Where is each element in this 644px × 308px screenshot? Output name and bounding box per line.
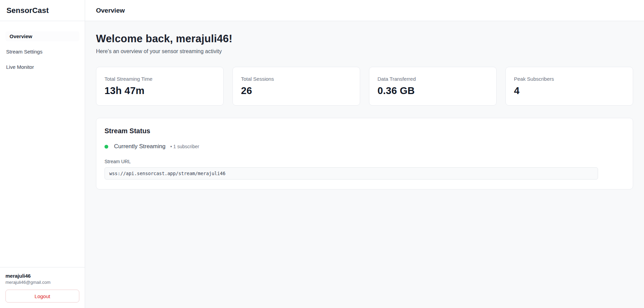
logout-button[interactable]: Logout [5, 290, 79, 303]
sidebar-nav: Overview Stream Settings Live Monitor [0, 21, 85, 77]
stat-card-total-streaming-time: Total Streaming Time 13h 47m [96, 67, 224, 106]
main-column: Overview Welcome back, merajuli46! Here'… [85, 0, 644, 308]
stream-status-card: Stream Status Currently Streaming • 1 su… [96, 118, 633, 189]
stat-label: Peak Subscribers [514, 76, 625, 82]
main-content: Welcome back, merajuli46! Here's an over… [85, 21, 644, 308]
stat-value: 0.36 GB [377, 85, 488, 96]
top-header: Overview [85, 0, 644, 21]
stat-label: Total Streaming Time [104, 76, 215, 82]
sidebar-item-live-monitor[interactable]: Live Monitor [5, 62, 79, 72]
stat-card-peak-subscribers: Peak Subscribers 4 [505, 67, 633, 106]
stat-card-total-sessions: Total Sessions 26 [232, 67, 360, 106]
stat-card-data-transferred: Data Transferred 0.36 GB [369, 67, 497, 106]
stream-status-title: Stream Status [104, 127, 625, 135]
stream-url-input[interactable] [104, 167, 598, 180]
status-dot-icon [104, 145, 108, 149]
subscriber-count-label: • 1 subscriber [170, 144, 199, 149]
sidebar-item-stream-settings[interactable]: Stream Settings [5, 47, 79, 57]
stat-value: 13h 47m [104, 85, 215, 96]
user-name: merajuli46 [5, 273, 79, 279]
stats-grid: Total Streaming Time 13h 47m Total Sessi… [96, 67, 633, 106]
app-logo-block: SensorCast [0, 0, 85, 21]
streaming-status-label: Currently Streaming [114, 143, 165, 150]
stat-label: Data Transferred [377, 76, 488, 82]
streaming-status-row: Currently Streaming • 1 subscriber [104, 143, 625, 150]
stream-url-label: Stream URL [104, 159, 625, 164]
page-title: Overview [96, 7, 125, 14]
sidebar: SensorCast Overview Stream Settings Live… [0, 0, 85, 308]
stat-label: Total Sessions [241, 76, 352, 82]
stat-value: 26 [241, 85, 352, 96]
sidebar-user-block: merajuli46 merajuli46@gmail.com Logout [0, 267, 85, 308]
sidebar-item-overview[interactable]: Overview [5, 31, 79, 41]
stat-value: 4 [514, 85, 625, 96]
user-email: merajuli46@gmail.com [5, 280, 79, 285]
app-logo: SensorCast [6, 6, 49, 15]
welcome-subtitle: Here's an overview of your sensor stream… [96, 48, 633, 55]
welcome-heading: Welcome back, merajuli46! [96, 33, 633, 45]
